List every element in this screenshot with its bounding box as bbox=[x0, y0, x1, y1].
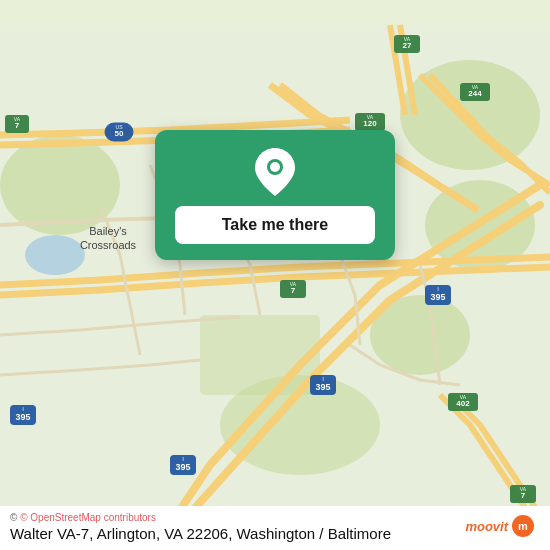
moovit-label: moovit bbox=[465, 519, 508, 534]
svg-text:120: 120 bbox=[363, 119, 377, 128]
moovit-icon-symbol: m bbox=[518, 520, 528, 532]
svg-text:VA: VA bbox=[460, 394, 467, 400]
take-me-there-button[interactable]: Take me there bbox=[175, 206, 375, 244]
svg-text:VA: VA bbox=[404, 36, 411, 42]
svg-text:Bailey's: Bailey's bbox=[89, 225, 127, 237]
location-card: Take me there bbox=[155, 130, 395, 260]
moovit-logo: moovit m bbox=[459, 512, 540, 540]
svg-text:VA: VA bbox=[290, 281, 297, 287]
svg-text:402: 402 bbox=[456, 399, 470, 408]
svg-text:Crossroads: Crossroads bbox=[80, 239, 137, 251]
map-container: 395 I 395 I 395 I 395 I 7 VA 7 VA 7 VA 5… bbox=[0, 0, 550, 550]
svg-text:VA: VA bbox=[14, 116, 21, 122]
svg-text:395: 395 bbox=[175, 462, 190, 472]
svg-text:VA: VA bbox=[367, 114, 374, 120]
svg-text:27: 27 bbox=[403, 41, 412, 50]
map-pin-icon bbox=[251, 148, 299, 196]
svg-text:7: 7 bbox=[15, 121, 20, 130]
map-background: 395 I 395 I 395 I 395 I 7 VA 7 VA 7 VA 5… bbox=[0, 0, 550, 550]
svg-point-50 bbox=[270, 162, 280, 172]
openstreetmap-link[interactable]: © OpenStreetMap contributors bbox=[20, 512, 156, 523]
svg-text:US: US bbox=[116, 124, 124, 130]
svg-text:395: 395 bbox=[315, 382, 330, 392]
svg-text:244: 244 bbox=[468, 89, 482, 98]
svg-text:VA: VA bbox=[472, 84, 479, 90]
moovit-icon: m bbox=[512, 515, 534, 537]
svg-text:395: 395 bbox=[430, 292, 445, 302]
copyright-symbol: © bbox=[10, 512, 17, 523]
svg-text:VA: VA bbox=[520, 486, 527, 492]
svg-text:395: 395 bbox=[15, 412, 30, 422]
svg-point-7 bbox=[25, 235, 85, 275]
svg-text:7: 7 bbox=[291, 286, 296, 295]
svg-text:50: 50 bbox=[115, 129, 124, 138]
svg-text:7: 7 bbox=[521, 491, 526, 500]
